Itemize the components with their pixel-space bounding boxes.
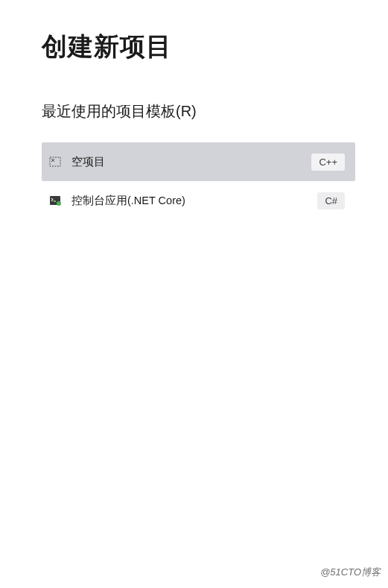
- page-title: 创建新项目: [0, 30, 388, 64]
- svg-point-5: [57, 201, 61, 206]
- watermark-text: @51CTO博客: [320, 566, 381, 579]
- empty-project-icon: [49, 156, 61, 168]
- recent-templates-heading: 最近使用的项目模板(R): [0, 101, 388, 121]
- template-row-empty-project[interactable]: 空项目 C++: [42, 142, 355, 181]
- template-row-console-app[interactable]: 控制台应用(.NET Core) C#: [42, 181, 355, 220]
- language-badge: C++: [311, 154, 345, 171]
- template-label: 控制台应用(.NET Core): [71, 194, 317, 208]
- template-list: 空项目 C++ 控制台应用(.NET Core) C#: [0, 142, 388, 220]
- template-label: 空项目: [71, 155, 311, 169]
- console-app-icon: [49, 195, 61, 206]
- language-badge: C#: [317, 192, 345, 209]
